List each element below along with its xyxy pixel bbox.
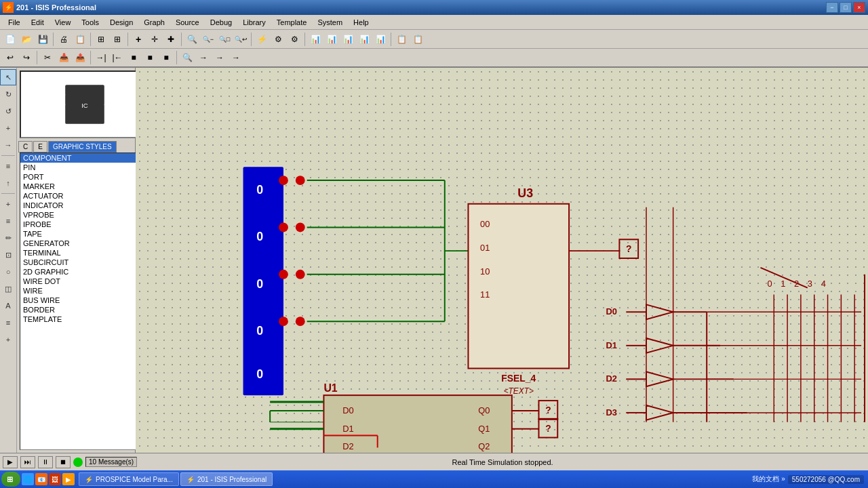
menu-design[interactable]: Design <box>104 17 138 28</box>
tb2-next2[interactable]: → <box>212 50 227 65</box>
menu-view[interactable]: View <box>50 17 77 28</box>
tb2-next3[interactable]: → <box>229 50 243 65</box>
comp-vprobe[interactable]: VPROBE <box>20 210 149 220</box>
stop-button[interactable]: ⏹ <box>56 456 71 468</box>
tool-list2[interactable]: ≡ <box>0 314 16 331</box>
comp-wiredot[interactable]: WIRE DOT <box>20 277 149 286</box>
tb-graph2[interactable]: 📊 <box>324 32 339 47</box>
tb-zoom-in[interactable]: 🔍 <box>184 32 199 47</box>
tool-mirror-x[interactable]: + <box>0 120 16 136</box>
tb-graph3[interactable]: 📊 <box>340 32 355 47</box>
tool-add[interactable]: + <box>0 331 16 348</box>
tb-sim3[interactable]: ⚙ <box>287 32 302 47</box>
music-icon[interactable]: ▶ <box>62 473 75 485</box>
menu-graph[interactable]: Graph <box>138 17 170 28</box>
tool-rotate-cw[interactable]: ↻ <box>0 86 16 102</box>
tb2-next[interactable]: → <box>196 50 211 65</box>
tb2-paste[interactable]: 📤 <box>73 50 87 65</box>
taskbar-isis[interactable]: ⚡ 201 - ISIS Professional <box>180 472 273 486</box>
menu-edit[interactable]: Edit <box>26 17 50 28</box>
step-button[interactable]: ⏭ <box>20 456 35 468</box>
tool-mirror-y[interactable]: → <box>0 137 16 153</box>
tb-zoom-out[interactable]: 🔍− <box>201 32 216 47</box>
maximize-button[interactable]: □ <box>840 2 852 13</box>
tb2-find[interactable]: 🔍 <box>180 50 195 65</box>
tb-graph1[interactable]: 📊 <box>308 32 323 47</box>
tb2-r2[interactable]: |← <box>110 50 125 65</box>
comp-pin[interactable]: PIN <box>20 163 149 172</box>
menu-help[interactable]: Help <box>348 17 374 28</box>
tool-circle[interactable]: ○ <box>0 264 16 280</box>
tool-text[interactable]: A <box>0 298 16 314</box>
comp-2dgraphic[interactable]: 2D GRAPHIC <box>20 267 149 277</box>
ie-icon[interactable]: 🌐 <box>22 473 34 485</box>
tb-print2[interactable]: 📋 <box>73 32 87 47</box>
comp-border[interactable]: BORDER <box>20 305 149 314</box>
comp-wire[interactable]: WIRE <box>20 286 149 296</box>
schematic-grid[interactable]: 0 0 0 0 0 <box>136 68 868 453</box>
tb2-r5[interactable]: ■ <box>159 50 174 65</box>
tb-grid2[interactable]: ⊞ <box>110 32 125 47</box>
menu-source[interactable]: Source <box>170 17 205 28</box>
message-count[interactable]: 10 Message(s) <box>85 457 137 467</box>
media-icon[interactable]: 🖼 <box>49 473 61 485</box>
comp-indicator[interactable]: INDICATOR <box>20 201 149 210</box>
tb2-r1[interactable]: →| <box>94 50 108 65</box>
component-list[interactable]: COMPONENT PIN PORT MARKER ACTUATOR INDIC… <box>20 152 150 450</box>
comp-actuator[interactable]: ACTUATOR <box>20 191 149 201</box>
tb-graph4[interactable]: 📊 <box>357 32 372 47</box>
comp-marker[interactable]: MARKER <box>20 182 149 191</box>
tb2-undo[interactable]: ↩ <box>3 50 18 65</box>
tb-sim1[interactable]: ⚡ <box>254 32 269 47</box>
tb-print[interactable]: 🖨 <box>56 32 71 47</box>
minimize-button[interactable]: − <box>826 2 838 13</box>
comp-template[interactable]: TEMPLATE <box>20 314 149 324</box>
tool-list[interactable]: ≡ <box>0 158 16 174</box>
tool-bus[interactable]: ⊡ <box>0 247 16 263</box>
comp-buswire[interactable]: BUS WIRE <box>20 296 149 305</box>
tb-plus2[interactable]: ✚ <box>163 32 178 47</box>
comp-terminal[interactable]: TERMINAL <box>20 248 149 258</box>
menu-tools[interactable]: Tools <box>76 17 104 28</box>
tb-zoom-fit[interactable]: 🔍□ <box>217 32 232 47</box>
comp-port[interactable]: PORT <box>20 172 149 182</box>
tb2-copy[interactable]: 📥 <box>56 50 71 65</box>
tool-up[interactable]: ↑ <box>0 175 16 191</box>
comp-generator[interactable]: GENERATOR <box>20 239 149 248</box>
tb-open[interactable]: 📂 <box>19 32 34 47</box>
pause-button[interactable]: ⏸ <box>38 456 53 468</box>
tb-save[interactable]: 💾 <box>35 32 50 47</box>
schematic-canvas[interactable]: 0 0 0 0 0 <box>136 68 868 453</box>
tool-component[interactable]: + <box>0 196 16 212</box>
email-icon[interactable]: 📧 <box>35 473 47 485</box>
window-controls[interactable]: − □ × <box>826 2 865 13</box>
menu-template[interactable]: Template <box>271 17 313 28</box>
tool-junction[interactable]: ≡ <box>0 213 16 229</box>
comp-tape[interactable]: TAPE <box>20 229 149 239</box>
tool-wire[interactable]: ✏ <box>0 230 16 246</box>
tab-graphic-styles[interactable]: GRAPHIC STYLES <box>48 141 117 152</box>
tool-select[interactable]: ↖ <box>0 69 16 85</box>
tab-e[interactable]: E <box>33 141 47 152</box>
tab-c[interactable]: C <box>18 141 33 152</box>
tb-zoom-reset[interactable]: 🔍↩ <box>233 32 248 47</box>
menu-debug[interactable]: Debug <box>205 17 237 28</box>
tool-rotate-ccw[interactable]: ↺ <box>0 103 16 119</box>
play-button[interactable]: ▶ <box>3 456 18 468</box>
tb-extra2[interactable]: 📋 <box>410 32 425 47</box>
menu-system[interactable]: System <box>312 17 348 28</box>
tb2-cut[interactable]: ✂ <box>40 50 55 65</box>
tb2-r3[interactable]: ■ <box>126 50 141 65</box>
tb-graph5[interactable]: 📊 <box>373 32 388 47</box>
tb-new[interactable]: 📄 <box>3 32 18 47</box>
comp-component[interactable]: COMPONENT <box>20 153 149 163</box>
start-button[interactable]: ⊞ <box>1 472 20 487</box>
comp-iprobe[interactable]: IPROBE <box>20 220 149 229</box>
menu-file[interactable]: File <box>3 17 26 28</box>
comp-subcircuit[interactable]: SUBCIRCUIT <box>20 258 149 267</box>
close-button[interactable]: × <box>853 2 865 13</box>
menu-library[interactable]: Library <box>237 17 271 28</box>
taskbar-prospice[interactable]: ⚡ PROSPICE Model Para... <box>79 472 179 486</box>
tool-rect[interactable]: ◫ <box>0 281 16 297</box>
tb-grid[interactable]: ⊞ <box>94 32 108 47</box>
